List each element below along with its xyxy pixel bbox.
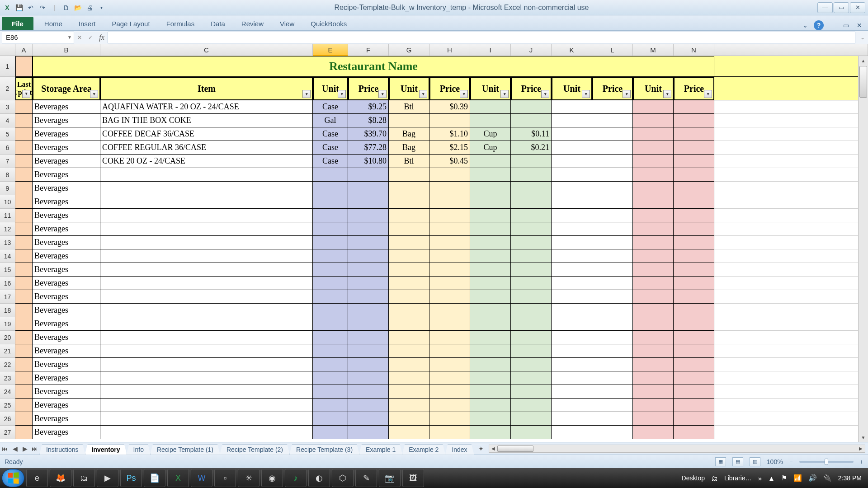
cell-price2[interactable] — [429, 412, 470, 426]
row-header-6[interactable]: 6 — [0, 141, 15, 155]
cell-unit1[interactable] — [313, 426, 348, 439]
taskbar-camera-icon[interactable]: 📷 — [379, 469, 401, 487]
cell-price5[interactable] — [674, 358, 714, 371]
cell-unit4[interactable] — [552, 141, 592, 155]
cell-price3[interactable] — [511, 277, 552, 290]
cell-unit2[interactable] — [389, 317, 429, 331]
cell-price4[interactable] — [592, 222, 633, 236]
cell-price4[interactable] — [592, 195, 633, 209]
cell-price5[interactable] — [674, 331, 714, 344]
cell-unit2[interactable] — [389, 277, 429, 290]
tray-libraries-label[interactable]: Librarie… — [724, 474, 752, 482]
cell-price2[interactable] — [429, 385, 470, 399]
horizontal-scrollbar[interactable]: ◀ ▶ — [489, 445, 865, 453]
row-header-13[interactable]: 13 — [0, 236, 15, 249]
cell-price4[interactable] — [592, 277, 633, 290]
cell-storage-area[interactable]: Beverages — [33, 263, 100, 277]
cell-unit4[interactable] — [552, 100, 592, 114]
cell-unit4[interactable] — [552, 222, 592, 236]
cell-unit2[interactable] — [389, 236, 429, 249]
cell-unit5[interactable] — [633, 344, 674, 358]
cell-price2[interactable]: $2.15 — [429, 141, 470, 155]
cell-price1[interactable] — [348, 168, 389, 182]
cell-unit1[interactable] — [313, 358, 348, 371]
cell-unit1[interactable] — [313, 304, 348, 317]
cell-price3[interactable] — [511, 371, 552, 385]
enter-formula-icon[interactable]: ✓ — [86, 33, 95, 42]
cell-price3[interactable] — [511, 209, 552, 222]
cell-price5[interactable] — [674, 182, 714, 195]
scroll-up-icon[interactable]: ▲ — [859, 56, 868, 65]
cell-item[interactable] — [100, 385, 313, 399]
cell-unit3[interactable]: Cup — [470, 127, 511, 141]
cell-price3[interactable] — [511, 249, 552, 263]
cell-price4[interactable] — [592, 236, 633, 249]
cell-unit5[interactable] — [633, 263, 674, 277]
cell-A6[interactable] — [15, 141, 33, 155]
cell-A11[interactable] — [15, 209, 33, 222]
cell-price1[interactable] — [348, 195, 389, 209]
cell-A25[interactable] — [15, 399, 33, 412]
name-box[interactable]: E86 ▼ — [2, 32, 74, 43]
row-header-4[interactable]: 4 — [0, 114, 15, 127]
last-sheet-icon[interactable]: ⏭ — [30, 444, 40, 454]
cell-unit3[interactable] — [470, 182, 511, 195]
cell-A20[interactable] — [15, 331, 33, 344]
tray-folder-icon[interactable]: 🗂 — [711, 474, 718, 482]
cell-price1[interactable] — [348, 412, 389, 426]
header-unit-2[interactable]: Unit▾ — [389, 77, 429, 100]
cell-price5[interactable] — [674, 100, 714, 114]
header-storage-area[interactable]: Storage Area▾ — [33, 77, 100, 100]
tray-volume-icon[interactable]: 🔊 — [808, 474, 817, 482]
expand-formula-bar-icon[interactable]: ⌄ — [858, 33, 867, 42]
sheet-tab-recipe-template-2-[interactable]: Recipe Template (2) — [220, 444, 290, 455]
cell-unit4[interactable] — [552, 371, 592, 385]
filter-button[interactable]: ▾ — [90, 90, 98, 98]
cell-item[interactable] — [100, 290, 313, 304]
row-header-7[interactable]: 7 — [0, 155, 15, 168]
cell-unit4[interactable] — [552, 209, 592, 222]
page-break-view-button[interactable]: ▥ — [750, 457, 760, 466]
taskbar-app4-icon[interactable]: ⬡ — [332, 469, 354, 487]
cell-unit2[interactable] — [389, 358, 429, 371]
cell-price5[interactable] — [674, 236, 714, 249]
cell-price4[interactable] — [592, 249, 633, 263]
cell-price3[interactable] — [511, 236, 552, 249]
cell-price2[interactable] — [429, 168, 470, 182]
cell-unit3[interactable] — [470, 290, 511, 304]
cell-price4[interactable] — [592, 100, 633, 114]
cell-unit4[interactable] — [552, 399, 592, 412]
cell-A18[interactable] — [15, 304, 33, 317]
maximize-button[interactable]: ▭ — [834, 2, 849, 13]
cell-unit2[interactable] — [389, 426, 429, 439]
header-unit-5[interactable]: Unit▾ — [633, 77, 674, 100]
sheet-tab-example-1[interactable]: Example 1 — [359, 444, 402, 455]
cell-unit2[interactable] — [389, 385, 429, 399]
cell-price1[interactable] — [348, 331, 389, 344]
filter-button[interactable]: ▾ — [302, 90, 311, 98]
cell-price2[interactable] — [429, 277, 470, 290]
cell-storage-area[interactable]: Beverages — [33, 371, 100, 385]
cell-storage-area[interactable]: Beverages — [33, 277, 100, 290]
cell-A26[interactable] — [15, 412, 33, 426]
cell-item[interactable] — [100, 412, 313, 426]
filter-button[interactable]: ▾ — [500, 90, 509, 98]
cell-price2[interactable] — [429, 358, 470, 371]
filter-button[interactable]: ▾ — [22, 90, 30, 98]
open-icon[interactable]: 📂 — [73, 3, 82, 12]
cell-storage-area[interactable]: Beverages — [33, 195, 100, 209]
cell-price4[interactable] — [592, 317, 633, 331]
row-header-20[interactable]: 20 — [0, 331, 15, 344]
cell-price4[interactable] — [592, 263, 633, 277]
cell-price2[interactable] — [429, 222, 470, 236]
ribbon-tab-page-layout[interactable]: Page Layout — [104, 17, 158, 30]
cell-A21[interactable] — [15, 344, 33, 358]
cell-storage-area[interactable]: Beverages — [33, 412, 100, 426]
cell-unit4[interactable] — [552, 263, 592, 277]
cell-unit3[interactable] — [470, 168, 511, 182]
cell-price1[interactable]: $9.25 — [348, 100, 389, 114]
cell-A5[interactable] — [15, 127, 33, 141]
cell-price3[interactable]: $0.11 — [511, 127, 552, 141]
cell-unit3[interactable] — [470, 371, 511, 385]
redo-icon[interactable]: ↷ — [38, 3, 47, 12]
